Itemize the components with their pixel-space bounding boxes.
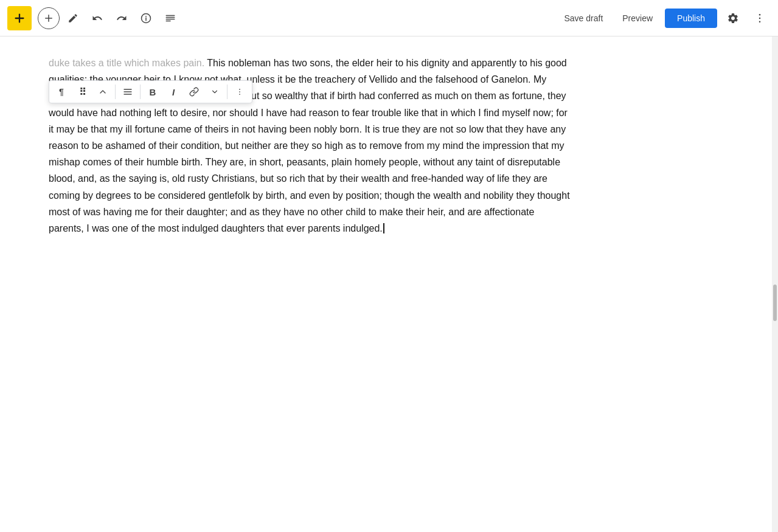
outline-button[interactable] <box>159 7 181 29</box>
undo-button[interactable] <box>86 7 108 29</box>
block-toolbar: ¶ ⠿ <box>49 80 252 103</box>
save-draft-button[interactable]: Save draft <box>557 9 610 28</box>
svg-point-14 <box>759 21 761 22</box>
drag-icon: ⠿ <box>79 86 86 98</box>
svg-point-7 <box>145 16 147 17</box>
link-button[interactable] <box>184 82 204 102</box>
svg-point-18 <box>239 89 240 90</box>
paragraph-tool-button[interactable]: ¶ <box>52 82 71 102</box>
publish-button[interactable]: Publish <box>665 9 717 28</box>
svg-point-20 <box>239 94 240 95</box>
top-toolbar: Save draft Preview Publish <box>0 0 778 36</box>
toolbar-divider-2 <box>140 85 141 99</box>
content-area[interactable]: ¶ ⠿ <box>0 36 772 532</box>
align-button[interactable] <box>118 82 137 102</box>
toolbar-divider-1 <box>115 85 116 99</box>
italic-icon: I <box>172 87 175 97</box>
move-block-button[interactable] <box>93 82 113 102</box>
scrollbar[interactable] <box>772 36 778 532</box>
block-more-button[interactable] <box>230 82 249 102</box>
drag-handle-button[interactable]: ⠿ <box>72 82 92 102</box>
edit-button[interactable] <box>62 7 84 29</box>
main-area: ¶ ⠿ <box>0 36 778 532</box>
svg-point-19 <box>239 91 240 92</box>
italic-button[interactable]: I <box>164 82 183 102</box>
scrollbar-thumb[interactable] <box>773 285 777 321</box>
paragraph-icon: ¶ <box>59 87 64 97</box>
right-actions: Save draft Preview Publish <box>557 7 771 29</box>
bold-icon: B <box>150 87 156 97</box>
toolbar-divider-3 <box>227 85 227 99</box>
more-button[interactable] <box>749 7 771 29</box>
format-dropdown-button[interactable] <box>205 82 224 102</box>
add-block-button[interactable] <box>38 7 60 29</box>
svg-point-12 <box>759 13 761 15</box>
redo-button[interactable] <box>111 7 133 29</box>
bold-button[interactable]: B <box>143 82 162 102</box>
svg-point-13 <box>759 17 761 19</box>
info-button[interactable] <box>135 7 157 29</box>
article-clipped-start: duke takes a title which makes pain. <box>49 58 207 68</box>
logo-button[interactable] <box>7 6 32 30</box>
settings-button[interactable] <box>722 7 744 29</box>
preview-button[interactable]: Preview <box>615 9 660 28</box>
